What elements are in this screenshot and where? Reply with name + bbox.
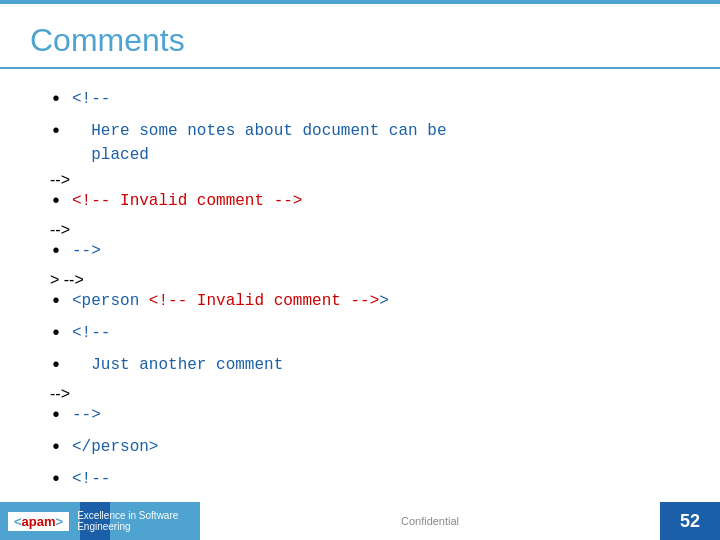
code-text: <!-- <box>72 467 110 491</box>
code-text: --> <box>72 239 101 263</box>
code-text: Just another comment <box>72 353 283 377</box>
list-item: • <person <!-- Invalid comment -->> <box>50 289 690 317</box>
footer-left: < apam > Excellence in Software Engineer… <box>0 502 200 540</box>
logo-box: < apam > <box>8 512 69 531</box>
bullet-dot: • <box>50 401 62 431</box>
list-item: • --> <box>50 239 690 267</box>
title-area: Comments <box>0 4 720 69</box>
bullet-dot: • <box>50 237 62 267</box>
code-text: <!-- <box>72 87 110 111</box>
list-item: • </person> <box>50 435 690 463</box>
bullet-dot: • <box>50 85 62 115</box>
code-text: Here some notes about document can be pl… <box>72 119 446 167</box>
footer-tagline: Excellence in Software Engineering <box>77 510 200 532</box>
footer: < apam > Excellence in Software Engineer… <box>0 502 720 540</box>
logo-bracket-right: > <box>56 514 64 529</box>
bullet-dot: • <box>50 319 62 349</box>
logo-bracket-left: < <box>14 514 22 529</box>
list-item: • --> <box>50 403 690 431</box>
slide-title: Comments <box>30 22 690 59</box>
list-item: • <!-- <box>50 321 690 349</box>
bullet-dot: • <box>50 433 62 463</box>
bullet-dot: • <box>50 287 62 317</box>
slide: Comments • <!-- • Here some notes about … <box>0 0 720 540</box>
content-area: • <!-- • Here some notes about document … <box>0 69 720 540</box>
bullet-dot: • <box>50 117 62 147</box>
footer-page-number: 52 <box>660 502 720 540</box>
list-item: • Here some notes about document can be … <box>50 119 690 167</box>
code-text: </person> <box>72 435 158 459</box>
bullet-dot: • <box>50 465 62 495</box>
code-text: <!-- Invalid comment --> <box>72 189 302 213</box>
bullet-dot: • <box>50 187 62 217</box>
bullet-dot: • <box>50 351 62 381</box>
logo-text: apam <box>22 514 56 529</box>
list-item: • <!-- <box>50 87 690 115</box>
list-item: • <!-- Invalid comment --> <box>50 189 690 217</box>
code-text: <person <!-- Invalid comment -->> <box>72 289 389 313</box>
list-item: • Just another comment <box>50 353 690 381</box>
code-text: <!-- <box>72 321 110 345</box>
footer-confidential: Confidential <box>200 515 660 527</box>
list-item: • <!-- <box>50 467 690 495</box>
bullet-list: • <!-- • Here some notes about document … <box>50 87 690 540</box>
code-text: --> <box>72 403 101 427</box>
